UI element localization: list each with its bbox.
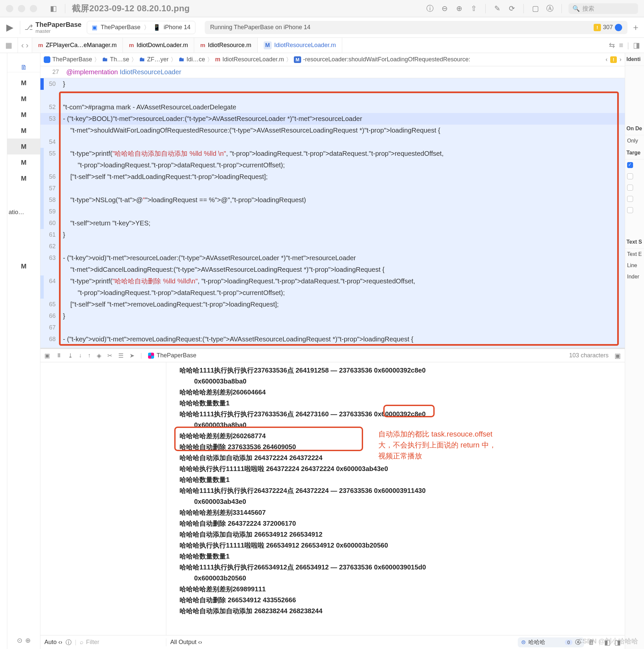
step-over-icon[interactable]: ⤓ — [68, 352, 73, 359]
nav-back-forward[interactable]: ‹› — [18, 38, 32, 53]
window-controls[interactable] — [6, 5, 37, 12]
checkbox[interactable] — [627, 185, 633, 190]
console-line: 哈哈哈数量数量1 — [180, 551, 621, 562]
change-marker[interactable]: M — [7, 75, 40, 91]
checkbox[interactable] — [627, 207, 633, 213]
breadcrumb[interactable]: ThePaperBase〉 🖿Th…se〉 🖿ZF…yer〉 🖿Idi…ce〉 … — [40, 53, 625, 66]
line-number: 53 — [44, 113, 60, 125]
debug-process[interactable]: ThePaperBase — [148, 352, 196, 359]
method-icon: M — [294, 56, 301, 63]
run-button[interactable]: ▶ — [0, 22, 20, 33]
editor-tab[interactable]: MIdiotResourceLoader.m — [258, 38, 342, 53]
search-field[interactable]: 🔍 搜索 — [568, 3, 638, 14]
editor-tab[interactable]: mZFPlayerCa…eManager.m — [32, 38, 123, 53]
objc-file-icon: M — [264, 41, 272, 49]
view-debug-icon[interactable]: ◈ — [97, 352, 101, 359]
memory-icon[interactable]: ✂ — [107, 352, 112, 359]
change-marker[interactable]: M — [7, 170, 40, 186]
change-marker[interactable]: M — [7, 123, 40, 138]
editor-tab[interactable]: mIdiotDownLoader.m — [123, 38, 194, 53]
left-panel-icon[interactable]: ◧ — [604, 638, 610, 646]
scm-branch-icon[interactable]: ⎇ — [24, 23, 34, 33]
variables-filter[interactable]: ⌕ Filter — [80, 639, 162, 646]
cloud-status-icon — [615, 24, 622, 31]
assistant-icon[interactable]: ▦ — [0, 38, 18, 53]
tab-label: IdiotResourceLoader.m — [274, 42, 336, 49]
console-toggle-icon[interactable]: ▣ — [614, 352, 621, 360]
app-icon: ▣ — [92, 24, 97, 31]
graph-icon[interactable]: ☰ — [118, 352, 124, 359]
annotation-box — [174, 427, 363, 451]
variables-view[interactable] — [40, 362, 166, 635]
recompile-icon[interactable]: ⇆ — [609, 41, 615, 50]
code-line — [40, 90, 625, 101]
change-marker[interactable]: M — [7, 107, 40, 123]
zoom-out-icon[interactable]: ⊖ — [440, 4, 450, 13]
ondemand-value: Only — [625, 135, 644, 146]
change-marker[interactable]: M — [7, 91, 40, 107]
console-output-mode[interactable]: All Output ‹› — [170, 639, 202, 646]
right-panel-icon[interactable]: ◨ — [614, 638, 621, 646]
project-header[interactable]: ThePaperBase master — [36, 21, 82, 34]
warning-icon: ! — [610, 56, 617, 63]
console-line: 哈哈哈1111执行执行执行237633536点 264191258 — 2376… — [180, 365, 621, 376]
highlight-icon[interactable]: Ⓐ — [545, 4, 555, 13]
scheme-selector[interactable]: ▣ ThePaperBase 〉 📱 iPhone 14 — [87, 21, 195, 34]
line-number: 27 — [44, 66, 63, 78]
change-marker[interactable]: M — [7, 155, 40, 170]
location-icon[interactable]: ➤ — [130, 352, 135, 359]
checkbox[interactable] — [627, 196, 633, 202]
line-number: 54 — [44, 136, 60, 148]
step-in-icon[interactable]: ↓ — [79, 352, 82, 359]
add-icon[interactable]: ⊕ — [25, 637, 31, 644]
checkbox[interactable] — [627, 173, 633, 179]
activity-status[interactable]: Running ThePaperBase on iPhone 14 ! 307 — [205, 21, 628, 34]
console-line: 哈哈哈1111执行执行执行266534912点 266534912 — 2376… — [180, 562, 621, 573]
zoom-in-icon[interactable]: ⊕ — [454, 4, 464, 13]
markup-icon[interactable]: ✎ — [492, 4, 502, 13]
code-line: 63- ("t-key">void)"t-met">resourceLoader… — [40, 252, 625, 264]
info-icon[interactable]: ⓘ — [65, 638, 72, 646]
trash-icon[interactable]: 🗑 — [588, 638, 595, 646]
line-number: 67 — [44, 322, 60, 334]
truncated-label: atio… — [7, 206, 40, 218]
console-line: 哈哈哈自动添加自动添加 268238244 268238244 — [180, 606, 621, 616]
app-root: ◧ 截屏2023-09-12 08.20.10.png ⓘ ⊖ ⊕ ⇧ ✎ ⟳ … — [0, 0, 644, 649]
console-line: 哈哈哈自动删除 264372224 372006170 — [180, 518, 621, 529]
code-editor[interactable]: 27 @implementation IdiotResourceLoader 5… — [40, 66, 625, 348]
code-line: 61} — [40, 229, 625, 241]
settings-icon[interactable]: ⊙ — [17, 637, 22, 644]
info-icon[interactable]: ⓘ — [425, 4, 435, 13]
inspector-toggle-icon[interactable]: ◨ — [633, 41, 640, 50]
add-tab-button[interactable]: ＋ — [628, 21, 644, 33]
sidebar-toggle-icon[interactable]: ◧ — [48, 4, 58, 13]
match-count: 0 — [565, 640, 573, 645]
console-output[interactable]: 自动添加的都比 task.resouce.offset 大，不会执行到上面说的 … — [166, 362, 625, 635]
console-filter[interactable]: ⊜ 哈哈哈 0 ⓧ — [518, 637, 584, 647]
line-number: 65 — [44, 299, 60, 310]
step-out-icon[interactable]: ↑ — [88, 352, 91, 359]
share-icon[interactable]: ⇧ — [469, 4, 479, 13]
crop-icon[interactable]: ▢ — [531, 4, 540, 13]
console-line: 哈哈哈1111执行执行执行264372224点 264372224 — 2376… — [180, 485, 621, 496]
clear-filter-icon[interactable]: ⓧ — [575, 638, 581, 646]
code-line: 54 — [40, 136, 625, 148]
inspector-section: On De — [625, 122, 644, 135]
objc-file-icon: m — [38, 42, 43, 49]
variables-mode[interactable]: Auto ‹› — [44, 639, 62, 646]
debug-bottom-bar: Auto ‹› ⓘ | ⌕ Filter All Output ‹› ⊜ 哈哈哈 — [40, 635, 625, 649]
branch-name: master — [36, 28, 82, 34]
editor-tab[interactable]: mIdiotResource.m — [194, 38, 258, 53]
change-marker[interactable]: M — [7, 138, 40, 155]
adjust-icon[interactable]: ≡ — [619, 41, 623, 50]
document-icon[interactable]: 🗎 — [7, 63, 40, 72]
project-name: ThePaperBase — [36, 21, 82, 28]
objc-file-icon: m — [200, 42, 205, 49]
hide-debug-icon[interactable]: ▣ — [44, 352, 50, 359]
checkbox[interactable] — [627, 162, 633, 168]
pause-icon[interactable]: ⏸ — [56, 352, 62, 359]
line-number: 68 — [44, 334, 60, 345]
rotate-icon[interactable]: ⟳ — [507, 4, 517, 13]
code-line: "t-prop">loadingRequest."t-prop">dataReq… — [40, 287, 625, 299]
code-line: 52"t-com">#pragma mark - AVAssetResource… — [40, 101, 625, 113]
